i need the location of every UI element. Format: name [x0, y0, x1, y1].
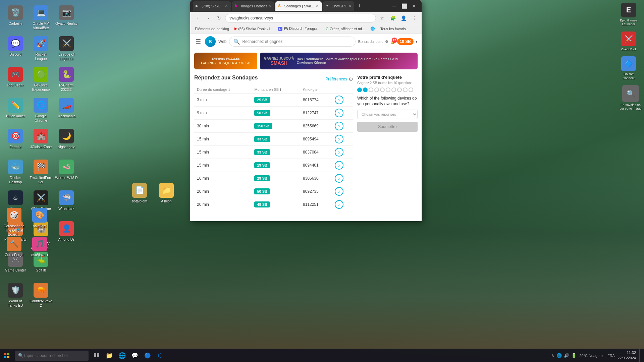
- refresh-button[interactable]: ↻: [214, 13, 224, 23]
- en-savoir-icon[interactable]: 🔍 En savoir plus sur cette image: [617, 82, 644, 113]
- tab-close-chatgpt[interactable]: ✕: [348, 4, 352, 8]
- show-desktop-button[interactable]: [639, 349, 640, 362]
- tray-battery-icon[interactable]: 🔋: [571, 353, 577, 358]
- desktop-icon-corbeille[interactable]: 🗑️ Corbeille: [3, 3, 28, 32]
- sb-notification[interactable]: 🔔 12: [390, 40, 395, 44]
- bookmark-discord[interactable]: D 🎮 Discord | #progra...: [276, 26, 322, 32]
- bookmark-shaka[interactable]: ▶ (56) Shaka Ponk - l...: [232, 26, 275, 32]
- bookmark-site[interactable]: 🌐: [368, 26, 377, 32]
- desktop-icon-carcassonne[interactable]: 🎲 Carcassonne The Official Board...: [2, 206, 26, 234]
- desktop-icon-among-us[interactable]: 👤 Among Us: [54, 219, 78, 247]
- desktop-icon-worms[interactable]: 🪱 Worms W.M.D: [54, 158, 78, 186]
- back-button[interactable]: ‹: [193, 13, 202, 23]
- taskbar-file-explorer[interactable]: 📁: [103, 349, 115, 362]
- start-button[interactable]: [0, 349, 13, 362]
- desktop-icon-chrome[interactable]: 🌐 Google Chrome: [29, 96, 53, 124]
- new-tab-button[interactable]: +: [356, 3, 363, 10]
- desktop-icon-botalbiom[interactable]: 📄 botalbiom: [127, 181, 152, 209]
- desktop-icon-docker[interactable]: 🐳 Docker Desktop: [3, 158, 28, 186]
- survey-row-6: 16 min 29 SB 8306630 ›: [194, 172, 353, 185]
- taskbar-task-view[interactable]: [91, 349, 103, 362]
- desktop-icon-fortnite[interactable]: 🎯 Fortnite: [3, 127, 28, 155]
- desktop-icon-huion[interactable]: ✏️ HuionTablet: [3, 96, 28, 124]
- desktop-icon-tmunited[interactable]: 🏁 TmUnitedForever: [29, 158, 53, 186]
- taskbar-browser-pinned[interactable]: 🌐: [116, 349, 128, 362]
- taskbar-pinned-icons: 📁 🌐 💬 🔵 ⬡: [91, 349, 166, 362]
- desktop-icon-discord[interactable]: 💬 Discord: [3, 34, 28, 62]
- sb-banner-smash[interactable]: GAGNEZ JUSQU'À SMASH Das Traditionelle S…: [260, 53, 418, 69]
- desktop-icon-paint-net[interactable]: 🎨 paint.net: [28, 206, 52, 234]
- survey-start-btn-7[interactable]: ›: [335, 187, 343, 196]
- epic-games-icon[interactable]: E Epic Games Launcher: [617, 0, 640, 29]
- swagbucks-content[interactable]: ☰ S Web 🔍 Bonus du jour : ⚙ 🔔 12 10 SB: [190, 34, 422, 221]
- desktop-icon-pycharm[interactable]: 🐍 PyCharm 2023.3: [54, 65, 78, 93]
- survey-start-btn-4[interactable]: ›: [335, 148, 343, 157]
- sb-banner-empires[interactable]: EMPIRES PUZZLES GAGNEZ JUSQU'À 4 776 SB: [194, 53, 257, 69]
- desktop-icon-osu[interactable]: 🎵 osu!(lazer): [28, 235, 52, 263]
- ubisoft-icon[interactable]: 🔷 Ubisoft Connect: [617, 54, 640, 82]
- bookmark-icon[interactable]: ☆: [377, 13, 387, 23]
- tray-network-icon[interactable]: 🌐: [556, 353, 562, 358]
- desktop-icon-world-of-tanks[interactable]: 🛡️ World of Tanks EU: [3, 281, 28, 309]
- taskbar-search-input[interactable]: [23, 353, 85, 358]
- sb-search-input[interactable]: [242, 39, 351, 44]
- sb-menu-icon[interactable]: ☰: [194, 37, 202, 47]
- desktop-icon-wireshark[interactable]: 🦈 Wireshark: [54, 188, 78, 217]
- tab-close-dataset[interactable]: ✕: [268, 4, 271, 8]
- survey-start-btn-3[interactable]: ›: [335, 135, 343, 143]
- desktop-icon-oracle-vm[interactable]: 💻 Oracle VM VirtualBox: [29, 3, 53, 32]
- taskbar-discord-pinned[interactable]: 💬: [129, 349, 141, 362]
- account-icon[interactable]: 👤: [399, 13, 408, 23]
- bookmark-google[interactable]: G Créer, afficher et mi...: [324, 26, 367, 32]
- taskbar-vscode-pinned[interactable]: ⬡: [154, 349, 166, 362]
- forward-button[interactable]: ›: [204, 13, 213, 23]
- survey-badge-1: 50 SB: [254, 110, 270, 116]
- tab-sondages[interactable]: S Sondages | Swa... ✕: [275, 1, 321, 11]
- bookmark-backlog[interactable]: Éléments de backlog: [193, 26, 231, 32]
- desktop-icon-gyazo[interactable]: 📷 Gyazo Replay: [54, 3, 78, 32]
- desktop-icon-riot[interactable]: 🎮 Riot Client: [3, 65, 28, 93]
- sb-chevron-icon[interactable]: ▾: [416, 40, 418, 44]
- desktop-icon-curseforge[interactable]: 🔨 CurseForge: [2, 235, 26, 263]
- taskbar-search-box[interactable]: 🔍: [15, 351, 89, 361]
- desktop-icon-cs2[interactable]: 🔫 Counter-Strike 2: [29, 281, 53, 309]
- taskbar-chrome-pinned[interactable]: 🔵: [142, 349, 154, 362]
- profile-answer-dropdown[interactable]: Choisir vos réponses: [357, 110, 418, 119]
- profile-submit-button[interactable]: Soumettre: [357, 122, 418, 132]
- sb-nav-web[interactable]: Web: [218, 39, 226, 44]
- profile-dot-0: [357, 87, 362, 92]
- desktop-icon-geforce[interactable]: 🟢 GeForce Experience: [29, 65, 53, 93]
- desktop-icon-lol[interactable]: ⚔️ League of Legends: [54, 34, 78, 62]
- bookmark-tous-favoris[interactable]: Tous les favoris: [378, 26, 408, 32]
- maximize-button[interactable]: ⬜: [399, 1, 409, 11]
- survey-start-btn-6[interactable]: ›: [335, 174, 343, 183]
- desktop-icon-allbion[interactable]: 📁 Allbion: [154, 181, 178, 209]
- tab-close-sia[interactable]: ✕: [225, 4, 228, 8]
- survey-start-btn-1[interactable]: ›: [335, 109, 343, 117]
- sb-search-bar[interactable]: 🔍: [229, 37, 355, 47]
- tab-close-sondages[interactable]: ✕: [316, 4, 319, 8]
- menu-icon[interactable]: ⋮: [410, 13, 419, 23]
- survey-amount-3: 33 SB: [252, 133, 300, 146]
- tab-dataset[interactable]: k Images Dataset ✕: [232, 1, 274, 11]
- desktop-icon-nightingale[interactable]: 🌙 Nightingale: [54, 127, 78, 155]
- survey-start-btn-0[interactable]: ›: [335, 96, 343, 104]
- survey-start-btn-8[interactable]: ›: [335, 200, 343, 209]
- browser-titlebar: ▶ (708) Sia-C... ✕ k Images Dataset ✕ S …: [190, 0, 422, 12]
- desktop-icon-trackmania[interactable]: 🏎️ Trackmania: [54, 96, 78, 124]
- surveys-prefs-link[interactable]: Préférences: [325, 77, 347, 81]
- tab-chatgpt[interactable]: ✦ ChatGPT ✕: [323, 1, 355, 11]
- close-button[interactable]: ✕: [410, 1, 419, 11]
- minimize-button[interactable]: ─: [389, 1, 399, 11]
- desktop-icon-rocket-league[interactable]: 🚀 Rocket League: [29, 34, 53, 62]
- desktop-icon-jcloister[interactable]: 🏰 JCloisterZone: [29, 127, 53, 155]
- survey-start-btn-5[interactable]: ›: [335, 161, 343, 170]
- extension-icon[interactable]: 🧩: [388, 13, 397, 23]
- tab-sia[interactable]: ▶ (708) Sia-C... ✕: [193, 1, 231, 11]
- survey-start-btn-2[interactable]: ›: [335, 122, 343, 130]
- svg-rect-2: [4, 356, 6, 358]
- client-riot-icon[interactable]: ⚔️ Client Riot: [617, 29, 640, 54]
- address-bar[interactable]: [225, 14, 376, 22]
- tray-up-arrow[interactable]: ∧: [551, 353, 554, 358]
- tray-volume-icon[interactable]: 🔊: [564, 353, 569, 358]
